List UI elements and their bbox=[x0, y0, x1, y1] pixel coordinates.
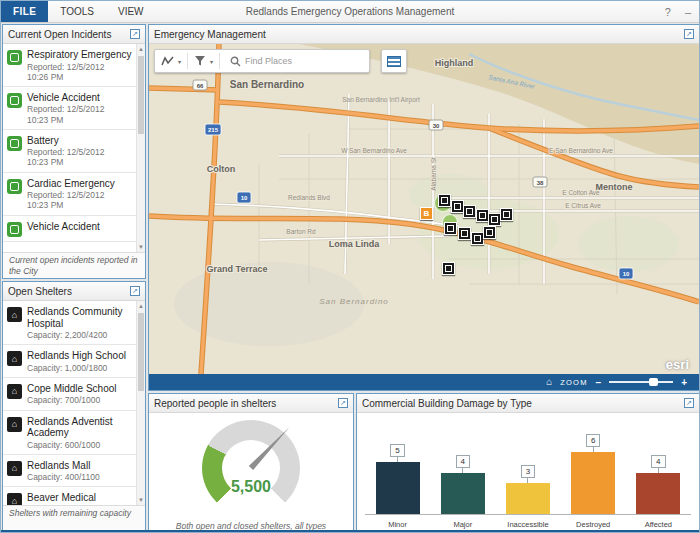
bar[interactable] bbox=[636, 473, 680, 514]
ems-incident-icon bbox=[7, 93, 22, 108]
damage-marker-icon[interactable] bbox=[442, 262, 455, 275]
shelter-gauge: 5,500 bbox=[202, 420, 300, 516]
shelter-list-item[interactable]: Redlands Community Hospital Capacity: 2,… bbox=[3, 301, 136, 345]
route-shield: 38 bbox=[533, 177, 547, 187]
shelters-panel-header: Open Shelters bbox=[3, 282, 145, 301]
zoom-label: ZOOM bbox=[560, 378, 587, 387]
incidents-panel: Current Open Incidents Respiratory Emerg… bbox=[2, 24, 146, 279]
shelter-list-item[interactable]: Redlands Adventist Academy Capacity: 600… bbox=[3, 411, 136, 455]
zoom-in-button[interactable]: + bbox=[681, 377, 687, 388]
popout-icon[interactable] bbox=[684, 29, 694, 39]
map-label: Grand Terrace bbox=[207, 264, 268, 274]
incident-list-item[interactable]: Battery Reported: 12/5/2012 10:23 PM bbox=[3, 130, 136, 173]
bar-value-label: 6 bbox=[586, 434, 600, 447]
damage-marker-icon[interactable] bbox=[483, 226, 496, 239]
shelter-list-item[interactable]: Cope Middle School Capacity: 700/1000 bbox=[3, 378, 136, 411]
map-label: Highland bbox=[435, 58, 474, 68]
shelter-icon bbox=[7, 461, 22, 476]
damage-marker-icon[interactable] bbox=[500, 208, 513, 221]
shelter-icon bbox=[7, 384, 22, 399]
svg-text:66: 66 bbox=[197, 83, 204, 89]
map-label: San Bernardino bbox=[319, 297, 389, 306]
interstate-shield: 10 bbox=[237, 192, 251, 203]
chevron-down-icon[interactable] bbox=[178, 58, 181, 65]
help-button[interactable]: ? bbox=[665, 6, 671, 18]
chevron-down-icon[interactable] bbox=[210, 58, 213, 65]
incidents-panel-header: Current Open Incidents bbox=[3, 25, 145, 44]
popout-icon[interactable] bbox=[684, 398, 694, 408]
svg-text:10: 10 bbox=[241, 195, 248, 201]
shelter-list-item[interactable]: Redlands Mall Capacity: 400/1100 bbox=[3, 455, 136, 488]
bar-value-label: 4 bbox=[651, 455, 665, 468]
incident-list-item[interactable]: Cardiac Emergency Reported: 12/5/2012 10… bbox=[3, 173, 136, 216]
bar-category-label: Minor bbox=[370, 520, 426, 529]
incident-list-item[interactable]: Respiratory Emergency Reported: 12/5/201… bbox=[3, 44, 136, 87]
bar-value-label: 5 bbox=[390, 444, 404, 457]
damage-marker-icon[interactable] bbox=[438, 194, 451, 207]
incident-marker-icon[interactable]: B bbox=[420, 207, 433, 220]
shelter-icon bbox=[7, 307, 22, 322]
map-label: Mentone bbox=[596, 182, 633, 192]
damage-marker-icon[interactable] bbox=[444, 222, 457, 235]
street-label: E Citrus Ave bbox=[565, 202, 601, 209]
basemap-button[interactable] bbox=[381, 49, 407, 73]
popout-icon[interactable] bbox=[130, 29, 140, 39]
shelters-panel: Open Shelters Redlands Community Hospita… bbox=[2, 281, 146, 532]
popout-icon[interactable] bbox=[130, 286, 140, 296]
gauge-value: 5,500 bbox=[202, 478, 300, 496]
scroll-thumb[interactable] bbox=[138, 56, 144, 134]
interstate-shield: 215 bbox=[205, 124, 221, 135]
menu-bar: FILE TOOLS VIEW Redlands Emergency Opera… bbox=[1, 1, 699, 23]
draw-tool-icon[interactable] bbox=[161, 55, 174, 68]
gauge-panel-title: Reported people in shelters bbox=[154, 398, 276, 409]
ems-incident-icon bbox=[7, 50, 22, 65]
bar[interactable] bbox=[571, 452, 615, 514]
shelter-icon bbox=[7, 351, 22, 366]
bar-value-label: 4 bbox=[456, 455, 470, 468]
route-shield: 30 bbox=[429, 120, 443, 130]
menu-view[interactable]: VIEW bbox=[106, 1, 156, 22]
menu-file[interactable]: FILE bbox=[1, 1, 48, 22]
find-places-input[interactable] bbox=[245, 56, 363, 66]
search-icon bbox=[230, 56, 241, 67]
popout-icon[interactable] bbox=[338, 398, 348, 408]
bar[interactable] bbox=[506, 483, 550, 514]
shelter-list-item[interactable]: Redlands High School Capacity: 1,000/180… bbox=[3, 345, 136, 378]
bar[interactable] bbox=[376, 462, 420, 514]
shelter-list-item[interactable]: Beaver Medical bbox=[3, 487, 136, 505]
bar-chart-panel-title: Commercial Building Damage by Type bbox=[362, 398, 532, 409]
street-label: E San Bernardino Ave bbox=[549, 147, 613, 154]
bar[interactable] bbox=[441, 473, 485, 514]
incidents-panel-footer: Current open incidents reported in the C… bbox=[3, 252, 145, 278]
incidents-scrollbar[interactable] bbox=[136, 44, 145, 252]
damage-bar-chart: 5 4 3 6 4 bbox=[365, 413, 691, 531]
scroll-up-icon[interactable] bbox=[137, 44, 145, 54]
minimize-button[interactable]: – bbox=[685, 6, 691, 18]
ems-incident-icon bbox=[7, 179, 22, 194]
zoom-slider-knob[interactable] bbox=[649, 378, 658, 386]
interstate-shield: 10 bbox=[619, 268, 633, 279]
app-title: Redlands Emergency Operations Management bbox=[246, 1, 454, 23]
scroll-up-icon[interactable] bbox=[137, 301, 145, 311]
zoom-out-button[interactable]: – bbox=[596, 377, 602, 388]
shelters-scrollbar[interactable] bbox=[136, 301, 145, 505]
bar-category-label: Destroyed bbox=[565, 520, 621, 529]
scroll-down-icon[interactable] bbox=[137, 495, 145, 505]
shelters-panel-title: Open Shelters bbox=[8, 286, 72, 297]
bar-chart-panel-header: Commercial Building Damage by Type bbox=[357, 394, 699, 413]
zoom-slider[interactable] bbox=[609, 381, 673, 383]
menu-tools[interactable]: TOOLS bbox=[48, 1, 106, 22]
incident-list-item[interactable]: Vehicle Accident Reported: 12/5/2012 10:… bbox=[3, 87, 136, 130]
incident-list-item[interactable]: Vehicle Accident bbox=[3, 216, 136, 242]
damage-marker-icon[interactable] bbox=[463, 205, 476, 218]
scroll-down-icon[interactable] bbox=[137, 242, 145, 252]
bar-column: 4 bbox=[435, 455, 491, 514]
filter-icon[interactable] bbox=[194, 55, 206, 67]
search-box bbox=[226, 56, 363, 67]
scroll-thumb[interactable] bbox=[138, 313, 144, 391]
damage-marker-icon[interactable] bbox=[458, 227, 471, 240]
map-canvas[interactable]: 66 215 10 30 38 10 Highland San Bernardi… bbox=[149, 44, 699, 374]
home-icon[interactable] bbox=[546, 374, 552, 390]
incidents-list: Respiratory Emergency Reported: 12/5/201… bbox=[3, 44, 136, 252]
shelters-panel-footer: Shelters with remaining capacity bbox=[3, 505, 145, 531]
